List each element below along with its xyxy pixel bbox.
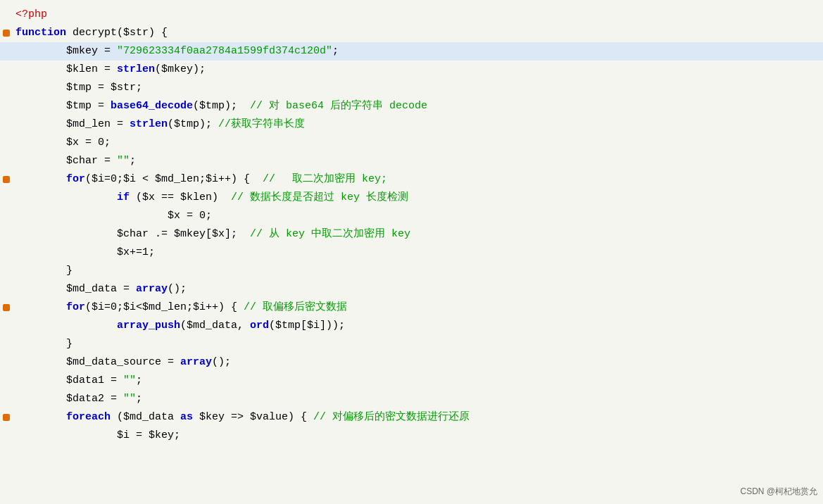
line-content-9: $char = ""; <box>13 153 823 170</box>
watermark: CSDN @柯杞地赏允 <box>740 485 817 498</box>
code-line-18: array_push($md_data, ord($tmp[$i])); <box>0 317 823 335</box>
code-line-11: if ($x == $klen) // 数据长度是否超过 key 长度检测 <box>0 189 823 207</box>
line-content-17: for($i=0;$i<$md_len;$i++) { // 取偏移后密文数据 <box>13 299 823 316</box>
line-content-6: $tmp = base64_decode($tmp); // 对 base64 … <box>13 98 823 115</box>
line-content-1: <?php <box>13 6 823 23</box>
line-content-20: $md_data_source = array(); <box>13 354 823 371</box>
code-line-13: $char .= $mkey[$x]; // 从 key 中取二次加密用 key <box>0 225 823 244</box>
line-content-3: $mkey = "729623334f0aa2784a1599fd374c120… <box>13 43 823 60</box>
line-content-18: array_push($md_data, ord($tmp[$i])); <box>13 317 823 334</box>
code-line-7: $md_len = strlen($tmp); //获取字符串长度 <box>0 115 823 134</box>
code-line-20: $md_data_source = array(); <box>0 353 823 372</box>
code-line-6: $tmp = base64_decode($tmp); // 对 base64 … <box>0 97 823 115</box>
line-content-16: $md_data = array(); <box>13 281 823 298</box>
code-line-2: function decrypt($str) { <box>0 24 823 42</box>
line-content-13: $char .= $mkey[$x]; // 从 key 中取二次加密用 key <box>13 226 823 243</box>
line-content-12: $x = 0; <box>13 208 823 225</box>
gutter-23 <box>0 414 13 421</box>
line-content-22: $data2 = ""; <box>13 391 823 408</box>
gutter-dot-10 <box>3 176 10 183</box>
gutter-dot-2 <box>3 30 10 37</box>
code-line-15: } <box>0 262 823 280</box>
line-content-8: $x = 0; <box>13 134 823 151</box>
line-content-11: if ($x == $klen) // 数据长度是否超过 key 长度检测 <box>13 189 823 206</box>
code-line-23: foreach ($md_data as $key => $value) { /… <box>0 408 823 427</box>
code-line-4: $klen = strlen($mkey); <box>0 61 823 79</box>
code-line-14: $x+=1; <box>0 244 823 262</box>
line-content-24: $i = $key; <box>13 427 823 444</box>
code-line-16: $md_data = array(); <box>0 280 823 298</box>
line-content-21: $data1 = ""; <box>13 372 823 389</box>
code-line-9: $char = ""; <box>0 152 823 170</box>
code-line-5: $tmp = $str; <box>0 79 823 97</box>
line-content-5: $tmp = $str; <box>13 80 823 96</box>
code-line-10: for($i=0;$i < $md_len;$i++) { // 取二次加密用 … <box>0 170 823 189</box>
gutter-17 <box>0 304 13 311</box>
code-line-8: $x = 0; <box>0 134 823 152</box>
line-content-14: $x+=1; <box>13 244 823 261</box>
gutter-2 <box>0 30 13 37</box>
code-line-17: for($i=0;$i<$md_len;$i++) { // 取偏移后密文数据 <box>0 298 823 317</box>
gutter-dot-23 <box>3 414 10 421</box>
gutter-10 <box>0 176 13 183</box>
gutter-dot-17 <box>3 304 10 311</box>
line-content-4: $klen = strlen($mkey); <box>13 61 823 78</box>
code-editor: <?php function decrypt($str) { $mkey = "… <box>0 0 823 504</box>
code-line-24: $i = $key; <box>0 427 823 445</box>
code-line-22: $data2 = ""; <box>0 390 823 408</box>
code-line-21: $data1 = ""; <box>0 372 823 390</box>
code-line-12: $x = 0; <box>0 207 823 225</box>
line-content-2: function decrypt($str) { <box>13 25 823 42</box>
code-line-19: } <box>0 335 823 353</box>
code-line-3: $mkey = "729623334f0aa2784a1599fd374c120… <box>0 42 823 61</box>
code-line-1: <?php <box>0 6 823 24</box>
line-content-15: } <box>13 263 823 279</box>
line-content-19: } <box>13 336 823 353</box>
line-content-23: foreach ($md_data as $key => $value) { /… <box>13 409 823 426</box>
line-content-10: for($i=0;$i < $md_len;$i++) { // 取二次加密用 … <box>13 171 823 188</box>
line-content-7: $md_len = strlen($tmp); //获取字符串长度 <box>13 116 823 133</box>
